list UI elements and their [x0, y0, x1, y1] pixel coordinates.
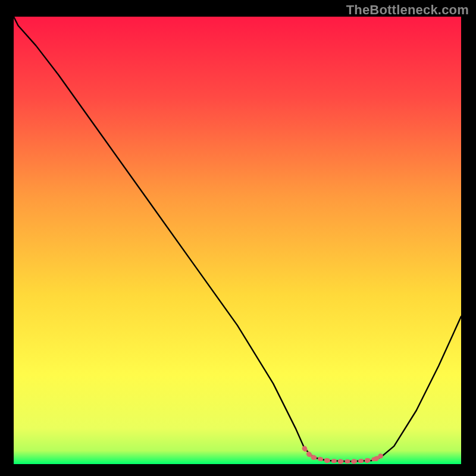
chart-container: TheBottleneck.com [0, 0, 476, 476]
plot-frame [14, 17, 461, 464]
watermark-text: TheBottleneck.com [346, 2, 469, 18]
bottleneck-curve-path [14, 17, 461, 461]
chart-curves [14, 17, 461, 464]
